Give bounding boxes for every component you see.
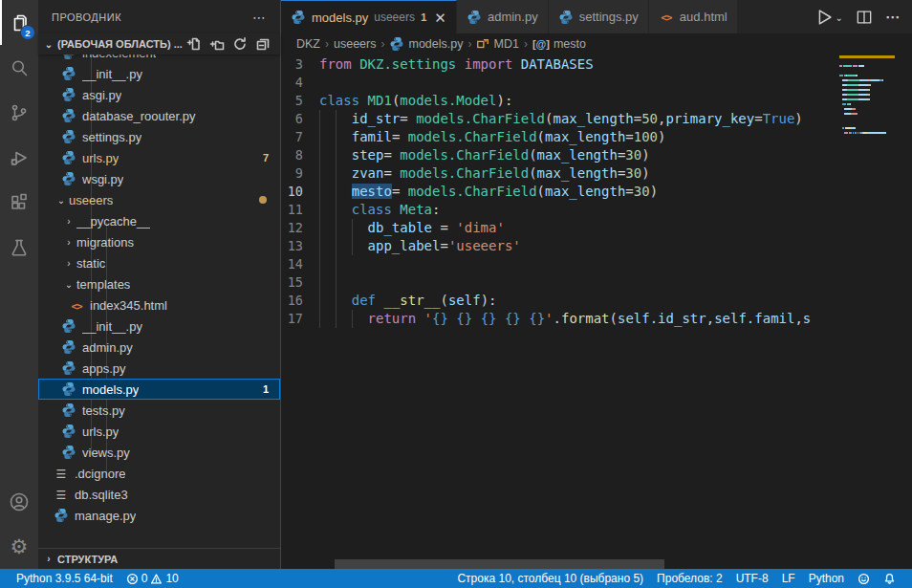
python-icon bbox=[61, 403, 76, 418]
error-icon bbox=[126, 573, 139, 585]
code-line-14[interactable]: 14 bbox=[281, 255, 839, 273]
new-file-icon[interactable] bbox=[186, 36, 202, 52]
activity-item-source-control[interactable] bbox=[0, 90, 38, 135]
indent-guide bbox=[319, 292, 320, 310]
split-icon[interactable] bbox=[855, 8, 874, 27]
activity-bar: 2⚙ bbox=[0, 0, 38, 569]
status-eol[interactable]: LF bbox=[775, 569, 802, 588]
status-language-mode[interactable]: Python bbox=[802, 569, 851, 588]
tab-admin.py[interactable]: admin.py bbox=[457, 0, 549, 33]
activity-item-extensions[interactable] bbox=[0, 180, 38, 225]
tree-item-indexelement[interactable]: indexelement bbox=[38, 54, 280, 63]
activity-item-explorer[interactable]: 2 bbox=[0, 0, 38, 45]
tree-item-static[interactable]: ›static bbox=[38, 252, 280, 273]
indent-guide bbox=[319, 219, 320, 237]
warning-icon bbox=[150, 573, 163, 585]
new-folder-icon[interactable] bbox=[209, 36, 225, 52]
tree-item-wsgi.py[interactable]: wsgi.py bbox=[38, 168, 280, 189]
status-python-interpreter[interactable]: Python 3.9.5 64-bit bbox=[10, 569, 119, 588]
tree-item-models.py[interactable]: models.py1 bbox=[38, 379, 280, 400]
code-line-8[interactable]: 8 step= models.CharField(max_length=30) bbox=[281, 146, 839, 164]
code-line-11[interactable]: 11 class Meta: bbox=[281, 201, 839, 219]
breadcrumb-item-MD1[interactable]: MD1 bbox=[476, 37, 518, 51]
tree-item-label: urls.py bbox=[82, 151, 119, 165]
code-editor[interactable]: 3from DKZ.settings import DATABASES45cla… bbox=[281, 54, 912, 569]
tree-item-database_roouter.py[interactable]: database_roouter.py bbox=[38, 105, 280, 126]
tab-settings.py[interactable]: settings.py bbox=[549, 0, 649, 33]
activity-item-run-and-debug[interactable] bbox=[0, 135, 38, 180]
tree-item-index345.html[interactable]: <>index345.html bbox=[38, 294, 280, 316]
tree-item-__pycache__[interactable]: ›__pycache__ bbox=[38, 210, 280, 231]
breadcrumb-item-DKZ[interactable]: DKZ bbox=[296, 37, 320, 51]
tree-item-settings.py[interactable]: settings.py bbox=[38, 126, 280, 147]
breadcrumb-item-useeers[interactable]: useeers bbox=[334, 37, 376, 51]
tree-item-manage.py[interactable]: manage.py bbox=[38, 505, 280, 526]
breadcrumb-label: mesto bbox=[554, 37, 586, 51]
run-button[interactable]: ⌄ bbox=[814, 7, 843, 28]
tree-item-apps.py[interactable]: apps.py bbox=[38, 358, 280, 379]
code-line-9[interactable]: 9 zvan= models.CharField(max_length=30) bbox=[281, 164, 839, 183]
explorer-more-actions-icon[interactable]: ⋯ bbox=[252, 10, 267, 25]
status-encoding[interactable]: UTF-8 bbox=[729, 569, 775, 588]
tree-item-views.py[interactable]: views.py bbox=[38, 442, 280, 463]
tree-item-label: urls.py bbox=[82, 425, 119, 439]
close-icon[interactable]: ✕ bbox=[434, 11, 446, 25]
status-feedback[interactable] bbox=[851, 569, 877, 588]
horizontal-scrollbar[interactable] bbox=[335, 559, 664, 569]
problems-count-badge: 7 bbox=[263, 152, 269, 163]
breadcrumb-label: MD1 bbox=[493, 37, 518, 51]
class-icon bbox=[476, 37, 489, 51]
tree-item-label: settings.py bbox=[82, 130, 141, 144]
tree-item-migrations[interactable]: ›migrations bbox=[38, 231, 280, 252]
status-indentation[interactable]: Пробелов: 2 bbox=[650, 569, 729, 588]
refresh-icon[interactable] bbox=[232, 36, 248, 52]
activity-item-accounts[interactable] bbox=[0, 479, 38, 524]
code-line-4[interactable]: 4 bbox=[281, 74, 839, 92]
tree-item-__init__.py[interactable]: __init__.py bbox=[38, 63, 280, 84]
code-line-7[interactable]: 7 famil= models.CharField(max_length=100… bbox=[281, 128, 839, 146]
activity-item-manage[interactable]: ⚙ bbox=[0, 524, 38, 569]
python-icon bbox=[61, 339, 76, 355]
minimap[interactable] bbox=[839, 55, 903, 569]
status-problems[interactable]: 010 bbox=[119, 569, 185, 588]
activity-item-search[interactable] bbox=[0, 45, 38, 90]
tree-item-tests.py[interactable]: tests.py bbox=[38, 400, 280, 421]
tree-item-admin.py[interactable]: admin.py bbox=[38, 337, 280, 358]
tab-aud.html[interactable]: <>aud.html bbox=[649, 0, 738, 33]
collapse-all-icon[interactable] bbox=[255, 36, 271, 52]
tree-item-urls.py[interactable]: urls.py7 bbox=[38, 147, 280, 168]
outline-section-header[interactable]: › СТРУКТУРА bbox=[38, 548, 280, 569]
tree-item-asgi.py[interactable]: asgi.py bbox=[38, 84, 280, 105]
tree-item-label: .dcignore bbox=[75, 467, 125, 481]
breadcrumb-item-mesto[interactable]: [@]mesto bbox=[532, 37, 586, 51]
tree-item-__init__.py[interactable]: __init__.py bbox=[38, 316, 280, 337]
code-line-10[interactable]: 10 mesto= models.CharField(max_length=30… bbox=[281, 183, 839, 201]
tree-item-useeers[interactable]: ⌄useeers bbox=[38, 189, 280, 210]
workspace-label: (РАБОЧАЯ ОБЛАСТЬ) ... bbox=[57, 38, 183, 50]
code-line-13[interactable]: 13 app_label='useeers' bbox=[281, 237, 839, 255]
breadcrumb-item-models.py[interactable]: models.py bbox=[389, 36, 463, 52]
code-line-15[interactable]: 15 bbox=[281, 273, 839, 292]
minimap-warning-line bbox=[839, 55, 895, 58]
tab-models.py[interactable]: models.pyuseeers1✕ bbox=[281, 0, 457, 33]
code-line-5[interactable]: 5class MD1(models.Model): bbox=[281, 92, 839, 110]
more-actions-icon[interactable]: ⋯ bbox=[885, 9, 901, 26]
gear-icon: ⚙ bbox=[11, 536, 29, 556]
code-line-12[interactable]: 12 db_table = 'dima' bbox=[281, 219, 839, 237]
code-area[interactable]: 3from DKZ.settings import DATABASES45cla… bbox=[281, 54, 839, 569]
workspace-section-header[interactable]: ⌄ (РАБОЧАЯ ОБЛАСТЬ) ... bbox=[38, 33, 280, 54]
code-line-16[interactable]: 16 def __str__(self): bbox=[281, 292, 839, 310]
tree-item-urls.py[interactable]: urls.py bbox=[38, 421, 280, 442]
tree-item-db.sqlite3[interactable]: ☰db.sqlite3 bbox=[38, 484, 280, 505]
tree-item-templates[interactable]: ⌄templates bbox=[38, 273, 280, 294]
code-line-6[interactable]: 6 id_str= models.CharField(max_length=50… bbox=[281, 110, 839, 128]
python-icon bbox=[61, 381, 76, 397]
tree-item-.dcignore[interactable]: ☰.dcignore bbox=[38, 463, 280, 484]
tree-item-label: tests.py bbox=[82, 403, 125, 418]
status-notifications[interactable] bbox=[877, 569, 902, 588]
code-line-17[interactable]: 17 return '{} {} {} {} {}'.format(self.i… bbox=[281, 310, 839, 328]
chevron-down-icon: ⌄ bbox=[61, 279, 76, 290]
activity-item-testing[interactable] bbox=[0, 225, 38, 270]
status-cursor-position[interactable]: Строка 10, столбец 10 (выбрано 5) bbox=[450, 569, 650, 588]
code-line-3[interactable]: 3from DKZ.settings import DATABASES bbox=[281, 55, 839, 74]
